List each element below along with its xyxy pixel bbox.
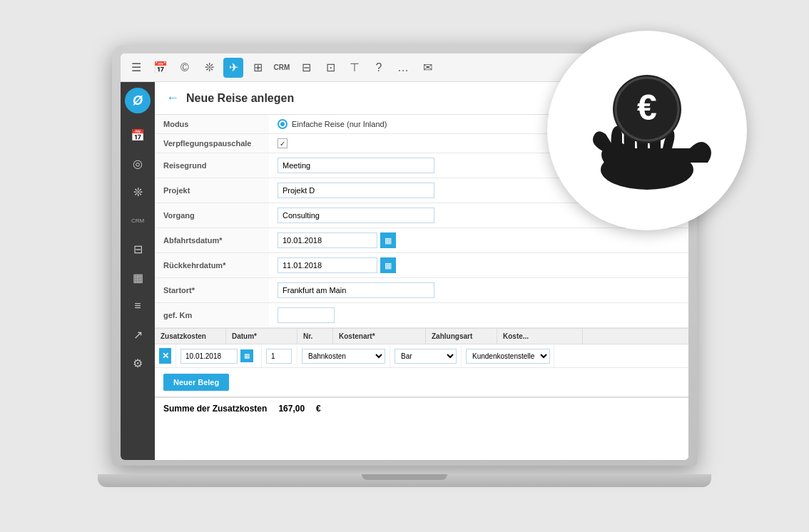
datum-col-header: Datum*: [226, 329, 297, 344]
reisegrund-input[interactable]: [278, 158, 434, 173]
modus-label: Modus: [155, 115, 269, 134]
sidebar-item-menu[interactable]: ≡: [125, 293, 151, 319]
projekt-input[interactable]: [278, 183, 434, 198]
startort-label: Startort*: [155, 278, 269, 303]
back-button[interactable]: ←: [166, 91, 179, 106]
kostenstelle-cell: Kundenkostenstelle: [462, 345, 554, 367]
vorgang-label: Vorgang: [155, 203, 269, 228]
kostenstelle-select[interactable]: Kundenkostenstelle: [466, 349, 550, 364]
calendar-toolbar-icon[interactable]: 📅: [151, 58, 171, 78]
sidebar-item-table[interactable]: ▦: [125, 265, 151, 290]
neuer-beleg-button[interactable]: Neuer Beleg: [163, 374, 229, 391]
abfahrt-row: Abfahrtsdatum* ▦: [155, 228, 688, 253]
euro-hand-svg: €: [576, 59, 718, 202]
summe-label: Summe der Zusatzkosten: [163, 404, 267, 414]
sidebar-item-calendar[interactable]: 📅: [125, 122, 151, 148]
sidebar-item-invoice[interactable]: ⊟: [125, 236, 151, 262]
bug-toolbar-icon[interactable]: ❊: [199, 58, 219, 78]
euro-toolbar-icon[interactable]: ©: [175, 58, 195, 78]
reisegrund-label: Reisegrund: [155, 153, 269, 178]
kostenstelle-col-header: Koste...: [497, 329, 583, 344]
laptop-base: [98, 474, 711, 487]
rueckkehr-calendar-icon[interactable]: ▦: [380, 257, 396, 273]
zahlungsart-select[interactable]: Bar: [395, 349, 457, 364]
page-title: Neue Reise anlegen: [186, 92, 294, 105]
image-toolbar-icon[interactable]: ⊞: [248, 58, 268, 78]
modus-text: Einfache Reise (nur Inland): [292, 120, 387, 128]
sidebar-item-crm[interactable]: CRM: [125, 208, 151, 233]
rueckkehr-row: Rückkehrdatum* ▦: [155, 253, 688, 278]
abfahrt-input[interactable]: [278, 232, 377, 248]
crm-toolbar-icon[interactable]: CRM: [272, 58, 292, 78]
sidebar-item-chart[interactable]: ↗: [125, 322, 151, 347]
chat-toolbar-icon[interactable]: …: [393, 58, 413, 78]
euro-symbol: €: [637, 88, 657, 128]
app-logo[interactable]: Ø: [125, 88, 151, 113]
delete-row-button[interactable]: ✕: [159, 348, 171, 364]
nr-col-header: Nr.: [297, 329, 333, 344]
zahlungsart-col-header: Zahlungsart: [426, 329, 497, 344]
delete-cell: ✕: [155, 344, 176, 367]
startort-input[interactable]: [278, 282, 434, 298]
neuer-beleg-wrapper: Neuer Beleg: [155, 368, 688, 397]
tag-toolbar-icon[interactable]: ⊤: [345, 58, 365, 78]
kostenart-col-header: Kostenart*: [333, 329, 426, 344]
kostenart-select[interactable]: Bahnkosten: [302, 349, 385, 364]
summe-value: 167,00: [278, 404, 305, 414]
gef-km-label: gef. Km: [155, 303, 269, 328]
sidebar-item-clock[interactable]: ◎: [125, 150, 151, 176]
zahlungsart-cell: Bar: [390, 345, 462, 367]
summe-row: Summe der Zusatzkosten 167,00 €: [155, 397, 688, 419]
nr-cell: [262, 345, 297, 367]
hamburger-icon[interactable]: ☰: [126, 58, 146, 78]
help-toolbar-icon[interactable]: ?: [369, 58, 389, 78]
zusatzkosten-row-0: ✕ ▦ Bahnkoste: [155, 344, 688, 368]
doc-toolbar-icon[interactable]: ⊟: [296, 58, 316, 78]
euro-coin-overlay: €: [547, 31, 747, 230]
rueckkehr-input[interactable]: [278, 257, 377, 273]
gef-km-value: [269, 303, 688, 328]
abfahrt-calendar-icon[interactable]: ▦: [380, 232, 396, 248]
rueckkehr-value: ▦: [269, 253, 688, 278]
summe-currency: €: [316, 404, 321, 414]
startort-row: Startort*: [155, 278, 688, 303]
verpflegung-checkbox[interactable]: ✓: [278, 138, 288, 148]
verpflegung-label: Verpflegungspauschale: [155, 134, 269, 153]
folder-toolbar-icon[interactable]: ⊡: [320, 58, 340, 78]
zusatz-nr-input[interactable]: [266, 349, 292, 364]
zusatzkosten-col-label: Zusatzkosten: [155, 329, 226, 344]
gef-km-input[interactable]: [278, 307, 335, 323]
startort-value: [269, 278, 688, 303]
zusatzkosten-header: Zusatzkosten Datum* Nr. Kostenart* Zahlu…: [155, 328, 688, 344]
modus-radio[interactable]: [278, 119, 288, 129]
mail-toolbar-icon[interactable]: ✉: [417, 58, 437, 78]
abfahrt-label: Abfahrtsdatum*: [155, 228, 269, 253]
kostenart-cell: Bahnkosten: [297, 345, 390, 367]
plane-toolbar-icon[interactable]: ✈: [223, 58, 243, 78]
zusatz-datum-input[interactable]: [180, 349, 238, 364]
sidebar: Ø 📅 ◎ ❊ CRM ⊟ ▦ ≡ ↗ ⚙: [121, 82, 155, 460]
zusatz-calendar-icon[interactable]: ▦: [240, 349, 253, 362]
sidebar-item-settings[interactable]: ⚙: [125, 350, 151, 376]
gef-km-row: gef. Km: [155, 303, 688, 328]
datum-cell: ▦: [176, 345, 262, 367]
abfahrt-value: ▦: [269, 228, 688, 253]
sidebar-item-bug[interactable]: ❊: [125, 179, 151, 205]
rueckkehr-label: Rückkehrdatum*: [155, 253, 269, 278]
projekt-label: Projekt: [155, 178, 269, 203]
vorgang-input[interactable]: [278, 208, 434, 223]
